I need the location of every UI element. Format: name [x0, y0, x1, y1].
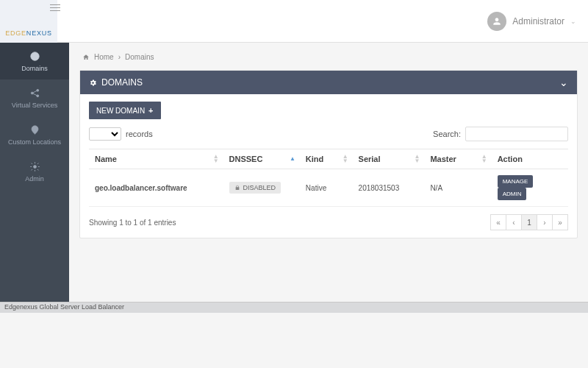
svg-point-4: [33, 127, 35, 130]
page-next[interactable]: ›: [537, 214, 553, 230]
plus-icon: +: [148, 106, 153, 115]
top-bar: EDGENEXUS Administrator ⌄: [0, 0, 588, 43]
sidebar-item-virtual-services[interactable]: Virtual Services: [0, 79, 69, 116]
main-content: Home › Domains DOMAINS ⌄ NEW DOMAIN+ rec…: [69, 43, 588, 309]
col-kind[interactable]: Kind▲▼: [300, 149, 353, 169]
pagination: « ‹ 1 › »: [491, 214, 568, 230]
location-icon: [29, 124, 40, 135]
page-first[interactable]: «: [490, 214, 506, 230]
page-last[interactable]: »: [552, 214, 568, 230]
records-per-page-select[interactable]: [89, 127, 121, 141]
lock-icon: [234, 185, 240, 191]
col-serial[interactable]: Serial▲▼: [353, 149, 425, 169]
brand-logo: EDGENEXUS: [5, 29, 52, 37]
home-icon: [82, 54, 90, 61]
manage-button[interactable]: MANAGE: [498, 175, 534, 188]
svg-point-2: [36, 89, 38, 91]
search-label: Search:: [433, 130, 461, 138]
admin-button[interactable]: ADMIN: [498, 188, 527, 200]
svg-point-3: [36, 94, 38, 96]
table-info: Showing 1 to 1 of 1 entries: [89, 219, 176, 227]
cell-master: N/A: [424, 169, 491, 207]
col-master[interactable]: Master▲▼: [424, 149, 491, 169]
status-bar: Edgenexus Global Server Load Balancer: [0, 302, 588, 313]
sidebar-item-domains[interactable]: Domains: [0, 43, 69, 79]
sidebar-item-admin[interactable]: Admin: [0, 153, 69, 190]
breadcrumb-current: Domains: [125, 53, 154, 61]
cell-serial: 2018031503: [353, 169, 425, 207]
cell-name[interactable]: geo.loadbalancer.software: [89, 169, 223, 207]
logo-area: EDGENEXUS: [0, 0, 57, 43]
sidebar-label: Domains: [21, 65, 48, 72]
page-current[interactable]: 1: [521, 214, 537, 230]
col-action: Action: [492, 149, 568, 169]
panel-header: DOMAINS ⌄: [80, 71, 577, 94]
records-label: records: [126, 130, 153, 138]
col-dnssec[interactable]: DNSSEC▲: [223, 149, 300, 169]
chevron-down-icon: ⌄: [570, 18, 576, 25]
sidebar-item-custom-locations[interactable]: Custom Locations: [0, 116, 69, 153]
search-input[interactable]: [465, 127, 568, 141]
domains-table: Name▲▼ DNSSEC▲ Kind▲▼ Serial▲▼ Master▲▼ …: [89, 149, 568, 207]
svg-point-1: [31, 92, 33, 94]
collapse-icon[interactable]: ⌄: [559, 77, 568, 88]
user-name: Administrator: [512, 16, 564, 26]
domains-panel: DOMAINS ⌄ NEW DOMAIN+ records Search:: [79, 70, 578, 238]
hamburger-icon[interactable]: [50, 4, 60, 11]
breadcrumb-home[interactable]: Home: [94, 53, 114, 61]
sidebar-label: Custom Locations: [8, 138, 61, 146]
col-name[interactable]: Name▲▼: [89, 149, 223, 169]
user-menu[interactable]: Administrator ⌄: [487, 12, 576, 31]
svg-point-5: [33, 165, 36, 168]
cell-kind: Native: [300, 169, 353, 207]
panel-gear-icon: [89, 79, 97, 87]
sidebar: Domains Virtual Services Custom Location…: [0, 43, 69, 309]
cell-action: MANAGE ADMIN: [492, 169, 568, 207]
new-domain-button[interactable]: NEW DOMAIN+: [89, 102, 161, 119]
breadcrumb: Home › Domains: [79, 47, 578, 70]
breadcrumb-separator: ›: [118, 53, 121, 61]
share-icon: [29, 87, 40, 99]
gear-icon: [29, 160, 40, 172]
globe-icon: [29, 50, 40, 62]
dnssec-badge: DISABLED: [229, 182, 282, 194]
panel-body: NEW DOMAIN+ records Search: Name▲▼ DNSSE…: [80, 94, 577, 238]
panel-title: DOMAINS: [101, 77, 143, 88]
sidebar-label: Virtual Services: [12, 102, 57, 109]
sidebar-label: Admin: [25, 175, 44, 183]
avatar-icon: [487, 12, 506, 31]
cell-dnssec: DISABLED: [223, 169, 300, 207]
table-row: geo.loadbalancer.software DISABLED Nativ…: [89, 169, 568, 207]
page-prev[interactable]: ‹: [506, 214, 522, 230]
